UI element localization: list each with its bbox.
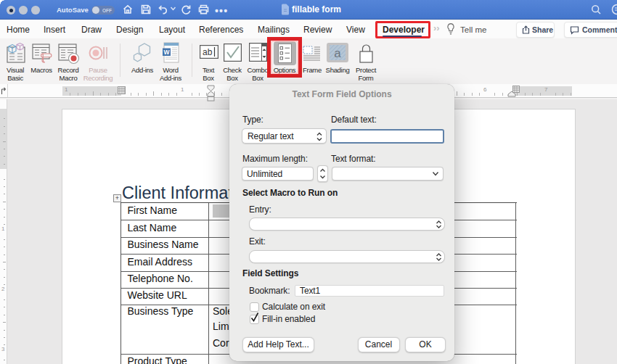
svg-text:ab: ab [203,47,213,57]
svg-text:W: W [163,49,170,56]
svg-text:a: a [334,46,341,60]
